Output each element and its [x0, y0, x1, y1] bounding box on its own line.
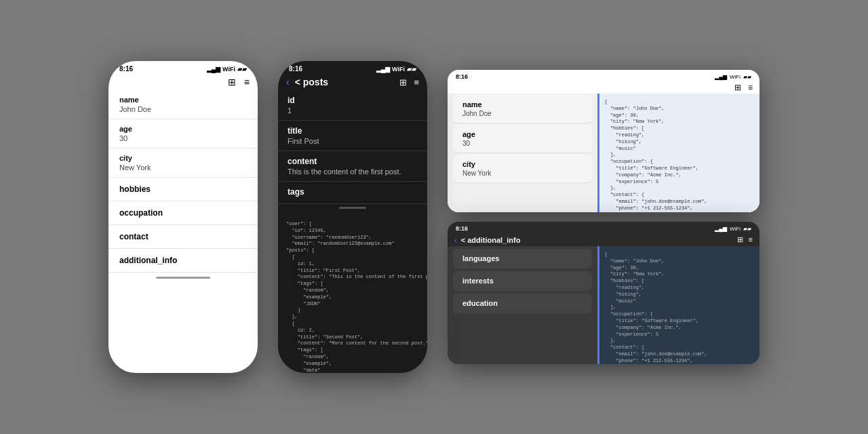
tablet-value-city: New York	[462, 170, 583, 177]
label-tags: tags	[288, 187, 418, 197]
tablet-item-interests[interactable]: interests	[453, 271, 592, 291]
split-view-light: name John Doe age 30 city New York { "na…	[448, 94, 760, 212]
list-1: name John Doe age 30 city New York hobbi…	[108, 90, 258, 273]
battery-icon-2: ▰▰	[407, 66, 416, 73]
tablet-nav-dark: ‹ < additional_info ⊞ ≡	[448, 233, 760, 246]
split-left-dark: languages interests education	[448, 246, 597, 364]
tablet-value-name: John Doe	[462, 110, 583, 117]
phone-2: 8:16 ▂▄▆ WiFi ▰▰ ‹ < posts ⊞ ≡ id 1 titl…	[278, 61, 427, 373]
nav-bar-2: ‹ < posts ⊞ ≡	[278, 74, 427, 90]
list-item-title[interactable]: title First Post	[278, 121, 427, 151]
tablet-nav-icons-dark: ⊞ ≡	[737, 235, 753, 244]
back-button-2[interactable]: ‹	[286, 77, 290, 87]
tablet-signal-light: ▂▄▆	[715, 74, 727, 80]
list-2: id 1 title First Post content This is th…	[278, 90, 427, 204]
split-right-light: { "name": "John Doe", "age": 30, "city":…	[599, 94, 760, 212]
tablet-time-light: 8:16	[456, 73, 468, 80]
tablets-container: 8:16 ▂▄▆ WiFi ▰▰ ⊞ ≡ name John Doe age 3…	[448, 70, 760, 364]
code-area-2: "user": { "id": 12345, "username": "rand…	[278, 214, 427, 373]
nav-icons-2: ⊞ ≡	[399, 77, 419, 87]
phone-1: 8:16 ▂▄▆ WiFi ▰▰ ⊞ ≡ name John Doe age 3…	[108, 61, 258, 373]
tablet-item-age[interactable]: age 30	[453, 125, 592, 153]
split-right-dark: { "name": "John Doe", "age": 30, "city":…	[599, 246, 760, 364]
status-icons-2: ▂▄▆ WiFi ▰▰	[376, 66, 416, 73]
tablet-label-age: age	[462, 130, 583, 138]
value-title: First Post	[288, 137, 418, 145]
value-age: 30	[119, 134, 247, 142]
label-name: name	[119, 96, 247, 104]
tablet-wifi-dark: WiFi	[730, 226, 741, 232]
tablet-menu-icon-light[interactable]: ≡	[748, 83, 753, 92]
signal-icon-2: ▂▄▆	[376, 66, 390, 73]
list-item-contact[interactable]: contact	[108, 225, 258, 249]
list-item-additional-info[interactable]: additional_info	[108, 249, 258, 273]
value-content: This is the content of the first post.	[288, 167, 418, 176]
grid-icon-1[interactable]: ⊞	[228, 77, 236, 87]
toolbar-1: ⊞ ≡	[108, 74, 258, 90]
code-text-light: { "name": "John Doe", "age": 30, "city":…	[605, 99, 755, 212]
tablet-item-name[interactable]: name John Doe	[453, 95, 592, 123]
list-item-hobbies[interactable]: hobbies	[108, 178, 258, 201]
tablet-label-name: name	[462, 100, 583, 108]
tablet-item-education[interactable]: education	[453, 294, 592, 313]
label-title: title	[288, 126, 418, 136]
tablet-time-dark: 8:16	[456, 225, 468, 232]
status-bar-1: 8:16 ▂▄▆ WiFi ▰▰	[108, 61, 258, 74]
tablet-grid-icon-light[interactable]: ⊞	[734, 83, 741, 92]
battery-icon-1: ▰▰	[237, 66, 247, 73]
time-2: 8:16	[289, 65, 302, 73]
list-item-tags[interactable]: tags	[278, 182, 427, 204]
tablet-back-icon-dark[interactable]: ‹	[454, 236, 457, 244]
value-city: New York	[119, 163, 247, 172]
tablet-status-bar: 8:16 ▂▄▆ WiFi ▰▰	[448, 70, 760, 81]
tablet-menu-icon-dark[interactable]: ≡	[749, 235, 753, 244]
split-left-light: name John Doe age 30 city New York	[448, 94, 597, 212]
tablet-grid-icon-dark[interactable]: ⊞	[737, 235, 743, 244]
value-name: John Doe	[119, 105, 247, 113]
tablet-label-languages: languages	[462, 254, 583, 262]
nav-title-2: < posts	[295, 77, 395, 87]
time-1: 8:16	[119, 65, 133, 73]
list-item-content[interactable]: content This is the content of the first…	[278, 151, 427, 182]
home-bar-1	[156, 277, 210, 279]
list-item-age[interactable]: age 30	[108, 119, 258, 149]
signal-icon-1: ▂▄▆	[207, 66, 220, 73]
tablet-signal-dark: ▂▄▆	[715, 226, 727, 232]
tablet-status-bar-dark: 8:16 ▂▄▆ WiFi ▰▰	[448, 222, 760, 233]
list-item-name[interactable]: name John Doe	[108, 90, 258, 119]
tablet-toolbar-light: ⊞ ≡	[448, 81, 760, 94]
tablet-label-city: city	[462, 160, 583, 168]
tablet-battery-light: ▰▰	[743, 74, 751, 80]
tablet-battery-dark: ▰▰	[743, 226, 751, 232]
wifi-icon-2: WiFi	[392, 66, 405, 73]
tablet-nav-title-dark: < additional_info	[461, 236, 733, 244]
tablet-value-age: 30	[462, 140, 583, 147]
menu-icon-1[interactable]: ≡	[244, 77, 250, 87]
status-icons-1: ▂▄▆ WiFi ▰▰	[207, 66, 247, 73]
label-id: id	[288, 96, 418, 105]
list-item-occupation[interactable]: occupation	[108, 201, 258, 225]
tablet-label-interests: interests	[462, 277, 583, 285]
tablet-item-city[interactable]: city New York	[453, 155, 592, 183]
code-text-dark: { "name": "John Doe", "age": 30, "city":…	[605, 252, 755, 364]
tablet-status-icons-dark: ▂▄▆ WiFi ▰▰	[715, 226, 751, 232]
label-city: city	[119, 154, 247, 162]
label-content: content	[288, 157, 418, 166]
list-item-id[interactable]: id 1	[278, 90, 427, 121]
split-view-dark: languages interests education { "name": …	[448, 246, 760, 364]
tablet-status-icons-light: ▂▄▆ WiFi ▰▰	[715, 74, 751, 80]
menu-icon-2[interactable]: ≡	[414, 77, 419, 87]
scroll-indicator	[339, 207, 366, 209]
list-item-city[interactable]: city New York	[108, 149, 258, 178]
tablet-dark: 8:16 ▂▄▆ WiFi ▰▰ ‹ < additional_info ⊞ ≡…	[448, 222, 760, 364]
code-text-2: "user": { "id": 12345, "username": "rand…	[286, 221, 419, 373]
tablet-light: 8:16 ▂▄▆ WiFi ▰▰ ⊞ ≡ name John Doe age 3…	[448, 70, 760, 212]
tablet-wifi-light: WiFi	[730, 74, 741, 80]
value-id: 1	[288, 106, 418, 115]
status-bar-2: 8:16 ▂▄▆ WiFi ▰▰	[278, 61, 427, 74]
wifi-icon-1: WiFi	[222, 66, 235, 73]
grid-icon-2[interactable]: ⊞	[399, 77, 407, 87]
tablet-item-languages[interactable]: languages	[453, 249, 592, 269]
tablet-label-education: education	[462, 299, 583, 307]
label-age: age	[119, 125, 247, 133]
